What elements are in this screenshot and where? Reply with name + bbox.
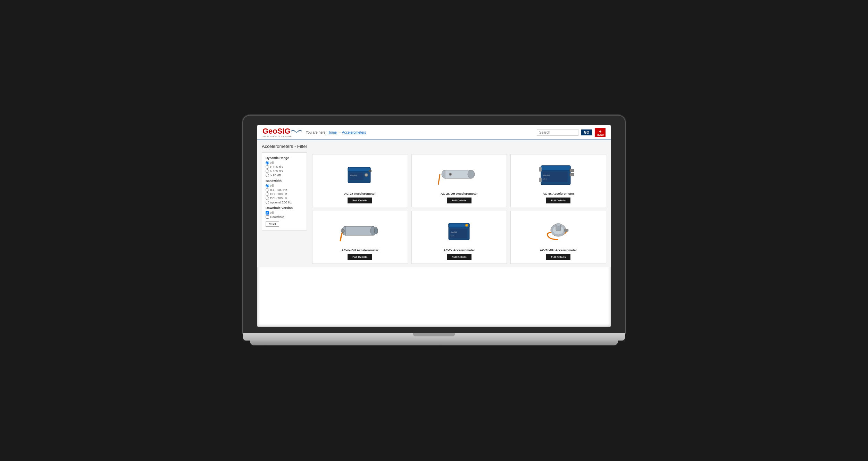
filter-dynamic-95-label: > 95 dB [270,174,281,177]
full-details-ac2xdh[interactable]: Full Details [447,198,471,203]
full-details-ac7x[interactable]: Full Details [447,254,471,260]
logo-geo: Geo [262,127,277,135]
filter-bw-all-radio[interactable] [266,184,269,187]
svg-rect-37 [564,229,568,232]
site-header: GeoSIG swiss made to measure You are her… [257,125,611,140]
search-input[interactable] [537,129,578,136]
filter-dynamic-95[interactable]: > 95 dB [266,174,303,177]
reset-button[interactable]: Reset [266,221,279,227]
product-name-ac7xdh: AC-7x-DH Accelerometer [540,249,577,252]
products-area: GeoSIG AC-2x Accelerometer Full Details [312,144,606,264]
product-image-ac4xdh [316,215,404,246]
product-card-ac7xdh: AC-7x-DH Accelerometer Full Details [510,211,606,264]
filter-bw-dc200-radio[interactable] [266,196,269,200]
product-card-ac4x: GeoSIG AC-4x AC-4x Accelerometer Full De… [510,154,606,207]
product-name-ac7x: AC-7x Accelerometer [443,249,475,252]
filter-dynamic-125-radio[interactable] [266,165,269,169]
header-left: GeoSIG swiss made to measure You are her… [262,127,366,137]
breadcrumb: You are here: Home → Accelerometers [306,131,366,134]
svg-point-24 [374,227,378,234]
product-image-ac2x: GeoSIG [316,159,404,190]
filter-dynamic-165[interactable]: > 165 dB [266,169,303,173]
filter-downhole-all-checkbox[interactable] [266,211,269,215]
filter-sidebar-container: Accelerometers - Filter Dynamic Range Al… [262,144,307,264]
filter-dynamic-125[interactable]: > 125 dB [266,165,303,169]
product-card-ac2xdh: AC-2x-DH Accelerometer Full Details [411,154,507,207]
go-button[interactable]: GO [581,129,592,135]
filter-downhole-dh[interactable]: Downhole [266,215,303,219]
laptop-foot [250,341,618,345]
logo-tagline: swiss made to measure [262,135,292,137]
product-card-ac2x: GeoSIG AC-2x Accelerometer Full Details [312,154,408,207]
svg-text:AC-4x: AC-4x [543,178,547,180]
filter-bw-dc100[interactable]: DC - 100 Hz [266,192,303,196]
product-card-ac4xdh: AC-4x-DH Accelerometer Full Details [312,211,408,264]
ac7x-image-icon: GeoSIG AC-7x [442,217,476,245]
product-image-ac2xdh [415,159,503,190]
filter-downhole-dh-checkbox[interactable] [266,215,269,219]
filter-bw-opt200[interactable]: optional 200 Hz [266,201,303,204]
svg-rect-15 [570,173,574,176]
dynamic-range-title: Dynamic Range [266,156,303,160]
filter-bw-dc200[interactable]: DC - 200 Hz [266,196,303,200]
product-name-ac2xdh: AC-2x-DH Accelerometer [441,192,478,195]
filter-bw-01100-label: 0.1 - 100 Hz [270,188,287,192]
svg-point-11 [450,174,451,175]
full-details-ac4xdh[interactable]: Full Details [348,254,372,260]
filter-bw-all-label: All [270,184,274,187]
filter-dynamic-165-radio[interactable] [266,169,269,173]
full-details-ac2x[interactable]: Full Details [348,198,372,203]
breadcrumb-current[interactable]: Accelerometers [342,131,366,134]
svg-rect-14 [570,169,574,172]
filter-bw-01100-radio[interactable] [266,188,269,192]
svg-rect-30 [450,229,467,238]
svg-rect-6 [369,170,372,172]
breadcrumb-arrow: → [338,131,342,134]
logo-text: GeoSIG [262,127,291,135]
downhole-title: Downhole Version [266,206,303,210]
filter-downhole-all[interactable]: All [266,211,303,215]
product-name-ac4x: AC-4x Accelerometer [543,192,574,195]
svg-point-36 [556,223,561,226]
filter-dynamic-all-label: All [270,161,274,165]
svg-text:AC-7x: AC-7x [451,235,454,237]
svg-point-25 [341,229,344,233]
logo-sig: SIG [277,127,291,135]
product-image-ac7xdh [514,215,602,246]
filter-dynamic-125-label: > 125 dB [270,165,283,169]
ac4x-image-icon: GeoSIG AC-4x [539,160,577,188]
filter-bw-dc100-label: DC - 100 Hz [270,192,287,196]
svg-rect-16 [543,171,568,182]
filter-sidebar: Dynamic Range All > 125 dB > 165 dB [262,152,307,230]
svg-point-9 [468,170,475,178]
svg-rect-1 [348,167,370,171]
filter-bw-all[interactable]: All [266,184,303,187]
svg-point-29 [466,225,468,226]
svg-text:GeoSIG: GeoSIG [451,231,457,233]
filter-bw-dc100-radio[interactable] [266,192,269,196]
site-main: Accelerometers - Filter Dynamic Range Al… [257,140,611,267]
svg-rect-20 [539,178,542,182]
filter-dynamic-all[interactable]: All [266,161,303,165]
filter-dynamic-all-radio[interactable] [266,161,269,165]
menu-button[interactable]: + MENU [595,128,606,137]
menu-label: MENU [596,134,604,136]
laptop-screen-outer: GeoSIG swiss made to measure You are her… [243,116,625,333]
svg-rect-13 [541,166,570,170]
filter-bw-01100[interactable]: 0.1 - 100 Hz [266,188,303,192]
filter-bw-dc200-label: DC - 200 Hz [270,196,287,200]
product-name-ac2x: AC-2x Accelerometer [344,192,376,195]
products-grid: GeoSIG AC-2x Accelerometer Full Details [312,154,606,264]
header-right: GO + MENU [537,128,606,137]
full-details-ac7xdh[interactable]: Full Details [546,254,571,260]
breadcrumb-home[interactable]: Home [327,131,337,134]
breadcrumb-prefix: You are here: [306,131,327,134]
product-name-ac4xdh: AC-4x-DH Accelerometer [341,249,378,252]
filter-bw-opt200-radio[interactable] [266,201,269,204]
page-title: Accelerometers - Filter [262,144,307,149]
filter-bw-opt200-label: optional 200 Hz [270,201,292,204]
svg-text:GeoSIG: GeoSIG [543,174,550,176]
filter-downhole-dh-label: Downhole [270,215,284,219]
filter-dynamic-95-radio[interactable] [266,174,269,177]
full-details-ac4x[interactable]: Full Details [546,198,571,203]
